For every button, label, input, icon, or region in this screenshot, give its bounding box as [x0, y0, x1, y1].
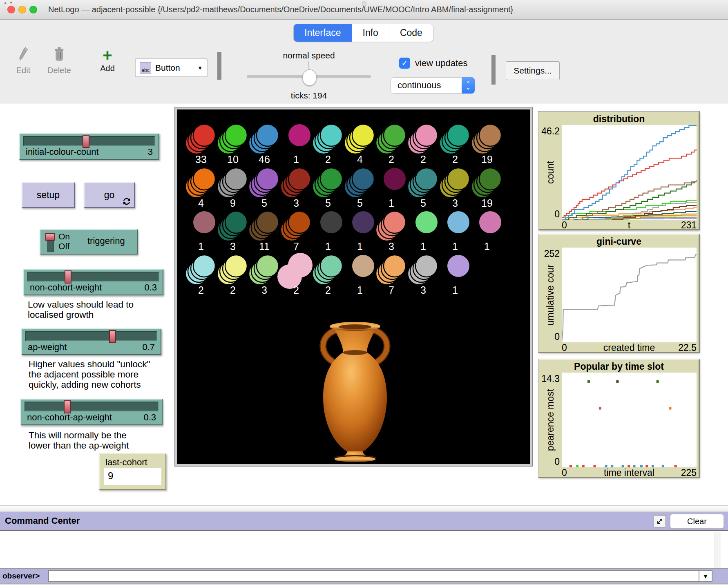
svg-text:1: 1: [452, 241, 458, 252]
svg-text:1: 1: [293, 154, 299, 165]
colour-token-stack: 1: [352, 211, 374, 252]
tab-interface[interactable]: Interface: [294, 24, 352, 42]
monitor-value: 9: [104, 468, 161, 485]
svg-text:1: 1: [198, 241, 204, 252]
netlogo-window: NetLogo — adjacent-possible {/Users/pd2-…: [0, 0, 728, 585]
command-center-output[interactable]: [0, 531, 728, 569]
output-scrollbar[interactable]: [715, 532, 721, 568]
svg-text:19: 19: [481, 197, 493, 209]
scatter-point: [616, 380, 619, 383]
toolbar-separator-2: [491, 55, 496, 85]
tab-code[interactable]: Code: [389, 24, 433, 42]
slider-label: non-cohort-weight: [30, 282, 102, 293]
svg-text:1: 1: [484, 241, 490, 252]
svg-text:2: 2: [420, 154, 426, 165]
slider-value: 0.3: [143, 412, 156, 423]
widget-type-dropdown[interactable]: abc Button ▼: [135, 58, 208, 77]
window-title: NetLogo — adjacent-possible {/Users/pd2-…: [48, 0, 513, 19]
svg-text:4: 4: [198, 197, 204, 209]
switch-slot: [47, 241, 54, 252]
speed-label: normal speed: [248, 51, 370, 60]
slider-value: 0.3: [144, 282, 157, 293]
slider-handle[interactable]: [65, 270, 71, 284]
slider-label: ap-weight: [28, 342, 67, 353]
history-dropdown-icon[interactable]: ▼: [699, 570, 712, 582]
note-ap-weight: Higher values should "unlock" the adjace…: [29, 359, 150, 390]
switch-triggering[interactable]: On Off triggering: [40, 229, 138, 255]
splitter-arrows-icon[interactable]: ▲▼: [3, 0, 15, 5]
colour-token-stack: 2: [313, 124, 342, 165]
colour-token-stack: 1: [352, 255, 374, 296]
slider-value: 0.7: [142, 342, 155, 353]
colour-token-stack: 5: [249, 168, 279, 209]
minimize-window-icon[interactable]: [18, 6, 26, 13]
go-button[interactable]: go: [84, 182, 135, 208]
colour-token-stack: 3: [408, 255, 438, 296]
svg-text:3: 3: [389, 241, 394, 252]
scatter-point: [657, 380, 659, 383]
slider-handle[interactable]: [83, 135, 89, 148]
slider-handle[interactable]: [109, 330, 116, 343]
colour-token-stack: 33: [185, 124, 215, 165]
colour-token-stack: 2: [217, 255, 247, 296]
close-window-icon[interactable]: [7, 6, 15, 13]
slider-non-cohort-weight[interactable]: non-cohort-weight0.3: [23, 269, 163, 295]
settings-button[interactable]: Settings...: [506, 61, 560, 80]
clear-button[interactable]: Clear: [670, 514, 724, 529]
svg-text:2: 2: [325, 284, 331, 296]
colour-token-stack: 4: [185, 168, 215, 209]
world-view[interactable]: 3310461242221949535515319131171131112232…: [175, 107, 532, 466]
slider-track: [27, 272, 159, 281]
svg-text:9: 9: [230, 197, 236, 209]
amphora-neck-band: [343, 350, 367, 355]
export-button[interactable]: [654, 515, 666, 527]
slider-handle[interactable]: [64, 400, 71, 413]
svg-text:2: 2: [230, 284, 236, 296]
plot-title: distribution: [539, 114, 699, 125]
edit-button[interactable]: Edit: [9, 47, 38, 75]
setup-button[interactable]: setup: [22, 182, 75, 208]
command-center-splitter[interactable]: [0, 505, 728, 512]
slider-non-cohort-ap-weight[interactable]: non-cohort-ap-weight0.3: [20, 399, 163, 425]
plot-title: gini-curve: [539, 236, 699, 247]
view-updates-checkbox[interactable]: ✓: [399, 58, 410, 69]
colour-token-stack: 1: [193, 211, 215, 252]
svg-text:1: 1: [325, 241, 331, 252]
ticks-counter: ticks: 194: [248, 91, 370, 100]
slider-track: [25, 402, 159, 411]
add-button[interactable]: + Add: [93, 48, 122, 73]
splitter-grip[interactable]: [362, 1, 366, 6]
colour-token-stack: 3: [217, 211, 247, 252]
world-canvas: 3310461242221949535515319131171131112232…: [177, 109, 530, 464]
zoom-window-icon[interactable]: [29, 6, 37, 13]
scatter-point: [599, 407, 601, 410]
go-label: go: [104, 190, 115, 201]
y-axis-label: umulative cour: [545, 248, 556, 342]
colour-token-stack: 19: [471, 124, 501, 165]
svg-text:5: 5: [357, 197, 363, 209]
svg-text:3: 3: [230, 241, 236, 252]
plot-gini-curve: gini-curve 252 0 umulative cour 0 create…: [538, 234, 699, 353]
colour-token-stack: 1: [384, 168, 406, 209]
svg-text:1: 1: [389, 197, 394, 209]
colour-token-stack: 3: [376, 211, 406, 252]
slider-ap-weight[interactable]: ap-weight0.7: [21, 328, 161, 355]
tab-info[interactable]: Info: [352, 24, 389, 42]
svg-text:3: 3: [452, 197, 458, 209]
edit-label: Edit: [9, 66, 38, 75]
colour-token-stacks: 3310461242221949535515319131171131112232…: [185, 124, 501, 296]
stepper-icons: ⌃⌃: [462, 77, 475, 94]
monitor-last-cohort: last-cohort 9: [99, 453, 166, 490]
update-mode-dropdown[interactable]: continuous ⌃⌃: [391, 77, 475, 94]
speed-slider-knob[interactable]: [302, 69, 317, 86]
x-axis-label: time interval: [562, 467, 697, 478]
slider-track: [23, 136, 155, 146]
colour-token-stack: 7: [376, 255, 406, 296]
switch-knob[interactable]: [45, 233, 55, 241]
slider-initial-colour-count[interactable]: initial-colour-count3: [19, 133, 159, 160]
diagonal-arrows-icon: [656, 518, 663, 525]
delete-button[interactable]: Delete: [45, 47, 74, 75]
command-input[interactable]: [48, 570, 699, 582]
switch-name: triggering: [87, 236, 125, 246]
colour-token-stack: 9: [217, 168, 247, 209]
